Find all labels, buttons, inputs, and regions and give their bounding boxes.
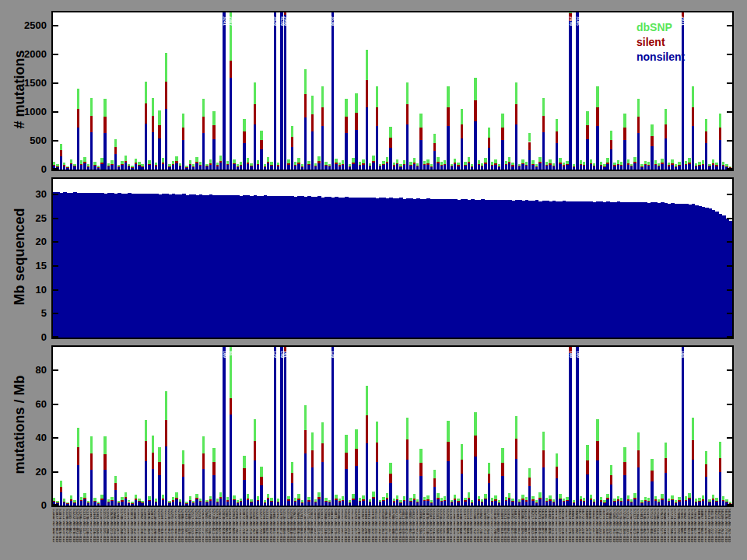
bar-segment-nonsilent <box>362 165 364 170</box>
bar-segment-dbsnp <box>257 160 259 163</box>
bar-segment-silent <box>56 166 58 167</box>
bar-segment-nonsilent <box>416 502 419 506</box>
y-tick-label: 1500 <box>11 77 47 89</box>
bar-segment-silent <box>675 166 677 167</box>
bar-segment-dbsnp <box>580 496 582 500</box>
bar-segment-nonsilent <box>559 164 561 170</box>
bar-segment-dbsnp <box>393 499 395 501</box>
bar-segment-silent <box>678 165 680 166</box>
y-tick-label: 0 <box>11 163 47 175</box>
bar-segment-nonsilent <box>382 165 384 170</box>
bar-segment-silent <box>708 166 710 166</box>
bar-segment-silent <box>640 166 643 167</box>
overflow-value-label: 2870 <box>569 16 573 26</box>
bar-segment-nonsilent <box>705 143 707 170</box>
bar-segment-nonsilent <box>464 166 466 170</box>
bar-segment-nonsilent <box>515 124 517 170</box>
bar-segment-silent <box>369 166 371 166</box>
bar-segment-dbsnp <box>53 162 55 165</box>
bar-segment-dbsnp <box>722 496 724 499</box>
bar-segment-silent <box>647 165 650 166</box>
bar-segment-dbsnp <box>396 495 398 499</box>
bar-segment-silent <box>531 164 534 165</box>
bar-segment-nonsilent <box>189 165 191 170</box>
bar-segment-silent <box>226 500 229 501</box>
bar-segment-silent <box>573 166 575 167</box>
bar-segment-silent <box>317 161 320 163</box>
bar-segment-silent <box>386 162 388 163</box>
bar-segment-silent <box>80 164 82 165</box>
bar-segment-silent <box>692 440 694 460</box>
bar-segment-silent <box>481 166 483 166</box>
bar-segment-dbsnp <box>525 162 528 165</box>
bar-segment-dbsnp <box>338 163 341 165</box>
bar-segment-dbsnp <box>542 432 545 450</box>
bar-segment-nonsilent <box>702 501 704 506</box>
bar-segment-silent <box>155 165 157 166</box>
bar-segment-dbsnp <box>152 436 154 453</box>
mb-sequenced-bars <box>53 179 732 338</box>
bar-segment-silent <box>107 502 110 502</box>
bar-segment-dbsnp <box>165 391 167 420</box>
bar-segment-silent <box>457 165 459 166</box>
bar-segment-silent <box>185 167 188 168</box>
bar-segment-nonsilent <box>447 461 449 506</box>
bar-segment-nonsilent <box>719 472 721 506</box>
bar-segment-nonsilent <box>433 151 436 170</box>
bar-segment-dbsnp <box>668 163 670 165</box>
bar-segment-nonsilent <box>447 126 449 170</box>
bar-segment-silent <box>644 500 647 501</box>
bar-segment-silent <box>712 163 714 165</box>
bar-segment-nonsilent <box>66 504 68 506</box>
bar-segment-dbsnp <box>138 162 140 165</box>
bar-segment-nonsilent <box>627 501 630 506</box>
bar-segment-nonsilent <box>219 163 222 170</box>
bar-segment-dbsnp <box>457 499 459 501</box>
bar-segment-nonsilent <box>152 469 154 506</box>
bar-segment-dbsnp <box>195 157 198 162</box>
bar-segment-nonsilent <box>552 166 555 170</box>
bar-segment-nonsilent <box>528 150 531 170</box>
bar-segment-nonsilent <box>596 126 598 170</box>
bar-segment-silent <box>247 499 249 500</box>
bar-segment-dbsnp <box>535 500 538 502</box>
bar-segment-silent <box>471 166 473 167</box>
bar-segment-silent <box>114 483 117 490</box>
bar-segment-nonsilent <box>627 165 630 170</box>
bar-segment-silent <box>355 449 357 466</box>
bar-segment-dbsnp <box>586 111 588 126</box>
bar-segment-dbsnp <box>413 494 416 499</box>
bar-segment-dbsnp <box>301 500 303 502</box>
bar-segment-nonsilent <box>692 460 694 506</box>
bar-segment-silent <box>277 502 279 502</box>
bar-segment-nonsilent <box>280 12 282 170</box>
bar-segment-nonsilent <box>617 501 619 506</box>
bar-segment-nonsilent <box>708 166 710 170</box>
bar-segment-nonsilent <box>162 500 164 506</box>
bar-segment-nonsilent <box>688 499 690 506</box>
bar-segment-nonsilent <box>274 12 276 170</box>
bar-segment-silent <box>233 499 235 501</box>
bar-segment-dbsnp <box>454 495 456 499</box>
bar-segment-silent <box>620 165 622 166</box>
bar-segment-dbsnp <box>287 496 289 500</box>
bar-segment-silent <box>155 502 157 502</box>
bar-segment-silent <box>376 107 378 127</box>
bar-segment-silent <box>627 499 630 501</box>
bar-segment-nonsilent <box>386 163 388 170</box>
bar-segment-silent <box>93 165 96 166</box>
bar-segment-silent <box>145 441 147 460</box>
bar-segment-nonsilent <box>722 501 724 506</box>
bar-segment-silent <box>291 137 293 147</box>
bar-segment-dbsnp <box>212 111 215 126</box>
bar-segment-silent <box>165 420 167 446</box>
bar-segment-nonsilent <box>695 502 697 506</box>
bar-segment-nonsilent <box>396 164 398 170</box>
bar-segment-dbsnp <box>603 164 605 166</box>
bar-segment-nonsilent <box>481 502 483 506</box>
bar-segment-nonsilent <box>440 166 443 170</box>
bar-segment-dbsnp <box>396 159 398 163</box>
bar-segment-silent <box>345 117 347 133</box>
bar-segment-silent <box>617 499 619 501</box>
bar-segment-nonsilent <box>158 475 160 506</box>
